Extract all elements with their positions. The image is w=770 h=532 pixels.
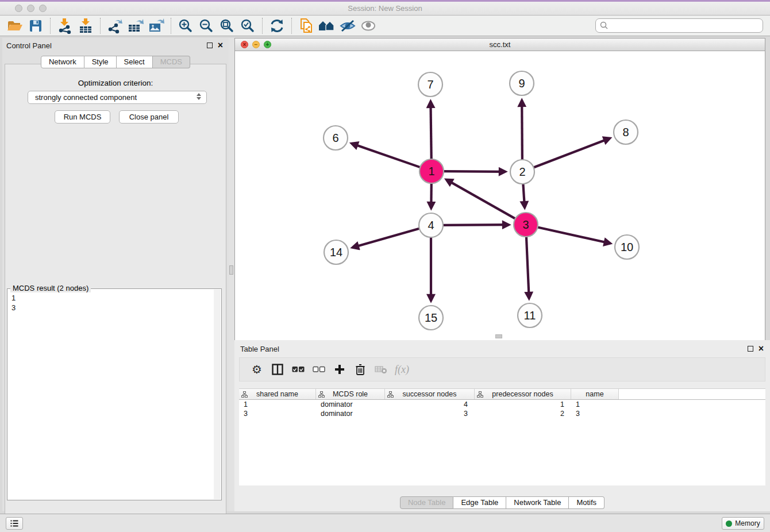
apply-layout-icon[interactable] xyxy=(267,17,287,34)
function-builder-icon[interactable]: f(x) xyxy=(395,364,409,376)
panel-list-button[interactable] xyxy=(6,517,23,530)
column-header-successor-nodes[interactable]: successor nodes xyxy=(385,389,475,399)
tab-node-table[interactable]: Node Table xyxy=(400,496,454,509)
import-table-icon[interactable] xyxy=(75,17,96,34)
clone-network-icon[interactable] xyxy=(296,17,317,34)
table-cell[interactable]: 4 xyxy=(385,400,475,409)
node-label-2: 2 xyxy=(519,165,525,178)
network-canvas[interactable]: 7968124314101511 xyxy=(235,51,765,340)
column-header-predecessor-nodes[interactable]: predecessor nodes xyxy=(475,389,571,399)
export-network-icon[interactable] xyxy=(105,17,125,34)
table-cell[interactable]: 2 xyxy=(475,409,571,418)
table-cell[interactable]: 3 xyxy=(385,409,475,418)
edge-4-3[interactable] xyxy=(443,225,509,225)
table-row[interactable]: 3dominator323 xyxy=(239,409,765,418)
edge-3-11[interactable] xyxy=(526,237,529,298)
close-table-panel-icon[interactable]: × xyxy=(759,345,764,352)
tab-motifs[interactable]: Motifs xyxy=(569,496,605,509)
tab-select[interactable]: Select xyxy=(117,56,153,68)
node-table: shared nameMCDS rolesuccessor nodesprede… xyxy=(239,388,765,485)
network-window-title: scc.txt xyxy=(235,38,765,51)
control-panel: Control Panel × NetworkStyleSelectMCDS O… xyxy=(2,38,229,511)
panel-divider[interactable] xyxy=(229,38,234,511)
table-cell[interactable]: 1 xyxy=(239,400,316,409)
network-minimize-button[interactable]: − xyxy=(252,41,260,48)
import-network-icon[interactable] xyxy=(55,17,75,34)
edge-2-8[interactable] xyxy=(534,138,610,168)
window-zoom-button[interactable] xyxy=(39,5,47,12)
edge-1-2[interactable] xyxy=(444,171,505,172)
first-neighbors-icon[interactable] xyxy=(317,17,337,34)
delete-row-icon[interactable] xyxy=(350,361,371,378)
close-panel-button[interactable]: Close panel xyxy=(119,110,179,124)
table-panel-title: Table Panel xyxy=(240,345,279,353)
optimization-criterion-label: Optimization criterion: xyxy=(2,79,229,87)
column-edit-icon xyxy=(241,391,248,398)
run-mcds-button[interactable]: Run MCDS xyxy=(55,110,110,124)
table-cell[interactable]: 3 xyxy=(239,409,316,418)
window-close-button[interactable] xyxy=(15,5,22,12)
float-panel-icon[interactable] xyxy=(207,43,213,48)
network-window-titlebar[interactable]: × − + scc.txt xyxy=(235,38,765,51)
edge-4-14[interactable] xyxy=(353,229,419,248)
show-all-icon[interactable] xyxy=(358,17,379,34)
table-cell[interactable]: dominator xyxy=(316,409,385,418)
deselect-all-icon[interactable] xyxy=(309,361,329,378)
network-resize-grip[interactable] xyxy=(495,334,502,338)
edge-1-7[interactable] xyxy=(430,102,431,159)
select-all-icon[interactable] xyxy=(288,361,309,378)
table-cell[interactable]: 1 xyxy=(571,400,619,409)
edge-1-6[interactable] xyxy=(352,144,420,167)
edge-2-9[interactable] xyxy=(522,101,522,160)
show-column-icon[interactable] xyxy=(267,361,288,378)
table-cell[interactable]: dominator xyxy=(316,400,385,409)
edge-3-10[interactable] xyxy=(538,228,610,244)
memory-label: Memory xyxy=(735,519,760,527)
network-zoom-button[interactable]: + xyxy=(264,41,271,48)
zoom-fit-icon[interactable] xyxy=(217,17,237,34)
network-close-button[interactable]: × xyxy=(241,41,248,48)
divider-grip[interactable] xyxy=(229,265,233,275)
criterion-dropdown[interactable]: strongly connected component xyxy=(28,91,207,104)
tab-network[interactable]: Network xyxy=(41,56,84,68)
column-label: successor nodes xyxy=(403,390,457,398)
open-session-icon[interactable] xyxy=(5,17,25,34)
add-row-icon[interactable] xyxy=(329,361,350,378)
toolbar-separator xyxy=(100,18,101,34)
column-label: MCDS role xyxy=(333,390,368,398)
network-graph[interactable]: 7968124314101511 xyxy=(235,51,765,340)
close-panel-icon[interactable]: × xyxy=(218,42,223,49)
folder-front xyxy=(7,25,22,30)
tab-style[interactable]: Style xyxy=(84,56,117,68)
toolbar-separator xyxy=(262,18,263,34)
window-minimize-button[interactable] xyxy=(27,5,34,12)
node-label-7: 7 xyxy=(427,78,433,91)
zoom-in-icon[interactable] xyxy=(175,17,196,34)
search-box[interactable] xyxy=(595,18,763,33)
search-input[interactable] xyxy=(609,20,763,32)
edge-3-1[interactable] xyxy=(446,180,515,219)
memory-button[interactable]: Memory xyxy=(722,517,764,530)
zoom-out-icon[interactable] xyxy=(196,17,217,34)
tab-network-table[interactable]: Network Table xyxy=(506,496,569,509)
export-image-icon[interactable] xyxy=(146,17,167,34)
window-title: Session: New Session xyxy=(0,2,770,16)
column-header-mcds-role[interactable]: MCDS role xyxy=(316,389,385,399)
table-cell[interactable]: 3 xyxy=(571,409,619,418)
result-scrollbar[interactable] xyxy=(214,290,221,499)
hide-selected-icon[interactable] xyxy=(337,17,358,34)
tab-mcds[interactable]: MCDS xyxy=(153,56,190,68)
table-cell[interactable]: 1 xyxy=(475,400,571,409)
table-options-icon[interactable]: ⚙ xyxy=(247,361,267,378)
node-label-8: 8 xyxy=(622,126,629,138)
edge-2-3[interactable] xyxy=(523,184,525,207)
delete-column-icon[interactable] xyxy=(371,361,391,378)
table-row[interactable]: 1dominator411 xyxy=(239,400,765,409)
tab-edge-table[interactable]: Edge Table xyxy=(453,496,506,509)
export-table-icon[interactable] xyxy=(125,17,146,34)
float-table-panel-icon[interactable] xyxy=(748,346,753,352)
column-header-name[interactable]: name xyxy=(571,389,619,399)
save-session-icon[interactable] xyxy=(25,17,46,34)
zoom-selected-icon[interactable] xyxy=(237,17,258,34)
column-header-shared-name[interactable]: shared name xyxy=(239,389,316,399)
